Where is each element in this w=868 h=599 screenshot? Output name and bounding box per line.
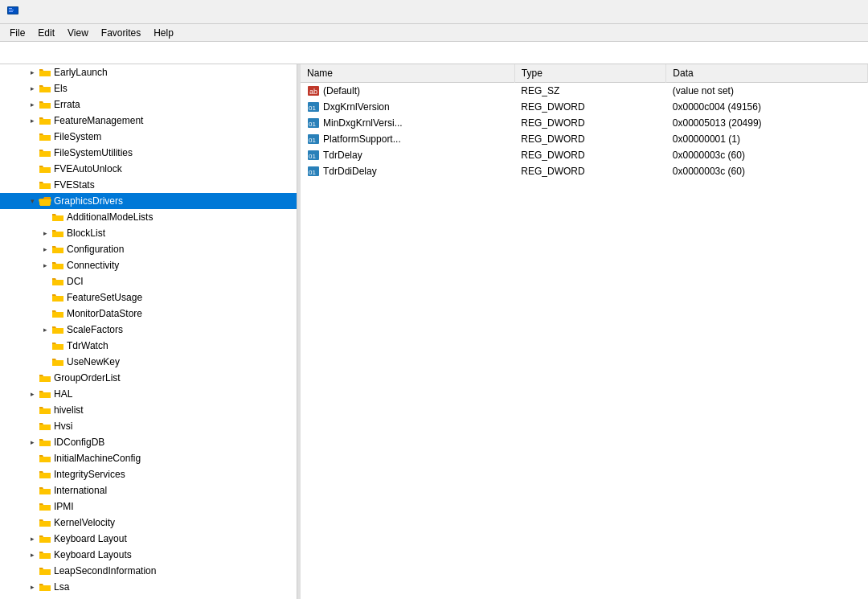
expand-button[interactable]	[26, 452, 39, 465]
expand-button[interactable]	[26, 564, 39, 577]
table-row[interactable]: 01 TdrDdiDelayREG_DWORD0x0000003c (60)	[301, 163, 868, 179]
expand-button[interactable]	[26, 484, 39, 497]
table-row[interactable]: 01 PlatformSupport...REG_DWORD0x00000001…	[301, 131, 868, 147]
table-row[interactable]: 01 TdrDelayREG_DWORD0x0000003c (60)	[301, 147, 868, 163]
expand-button[interactable]	[26, 130, 39, 143]
tree-item[interactable]: LeapSecondInformation	[0, 563, 297, 579]
tree-item[interactable]: ▸ BlockList	[0, 225, 297, 241]
expand-button[interactable]	[39, 355, 51, 368]
expand-button[interactable]	[26, 516, 39, 529]
expand-button[interactable]: ▸	[26, 82, 39, 95]
tree-item[interactable]: ▸ IDConfigDB	[0, 434, 297, 450]
tree-item[interactable]: ▾ GraphicsDrivers	[0, 193, 297, 209]
tree-item[interactable]: TdrWatch	[0, 338, 297, 354]
folder-icon	[39, 421, 51, 432]
expand-button[interactable]	[26, 178, 39, 191]
tree-item[interactable]: hivelist	[0, 402, 297, 418]
menu-bar: File Edit View Favorites Help	[0, 24, 868, 42]
tree-label: GroupOrderList	[54, 372, 121, 384]
folder-icon	[51, 228, 64, 239]
tree-item[interactable]: KernelVelocity	[0, 515, 297, 531]
col-type[interactable]: Type	[514, 64, 666, 83]
expand-button[interactable]: ▸	[26, 66, 39, 79]
expand-button[interactable]	[26, 162, 39, 175]
tree-item[interactable]: International	[0, 482, 297, 498]
tree-item[interactable]: FileSystemUtilities	[0, 145, 297, 161]
expand-button[interactable]: ▸	[39, 243, 51, 256]
tree-item[interactable]: ▸ Keyboard Layouts	[0, 547, 297, 563]
expand-button[interactable]	[26, 146, 39, 159]
expand-button[interactable]: ▾	[26, 195, 39, 207]
menu-file[interactable]: File	[3, 26, 31, 40]
expand-button[interactable]	[26, 404, 39, 416]
menu-help[interactable]: Help	[147, 26, 180, 40]
expand-button[interactable]: ▸	[39, 259, 51, 272]
tree-item[interactable]: Hvsi	[0, 418, 297, 434]
tree-item[interactable]: ▸ Configuration	[0, 241, 297, 257]
tree-item[interactable]: DCI	[0, 273, 297, 289]
tree-item[interactable]: ▸ Els	[0, 80, 297, 96]
folder-icon	[51, 340, 64, 351]
table-header: Name Type Data	[301, 64, 868, 83]
expand-button[interactable]	[39, 211, 51, 224]
tree-item[interactable]: FVEAutoUnlock	[0, 161, 297, 177]
close-button[interactable]	[825, 0, 862, 24]
expand-button[interactable]	[39, 339, 51, 352]
tree-item[interactable]: AdditionalModeLists	[0, 209, 297, 225]
expand-button[interactable]: ▸	[26, 114, 39, 127]
tree-item[interactable]: FeatureSetUsage	[0, 289, 297, 306]
tree-item[interactable]: GroupOrderList	[0, 370, 297, 386]
expand-button[interactable]	[26, 371, 39, 384]
table-row[interactable]: 01 DxgKrnlVersionREG_DWORD0x0000c004 (49…	[301, 99, 868, 115]
expand-button[interactable]	[39, 275, 51, 288]
expand-button[interactable]: ▸	[26, 581, 39, 593]
expand-button[interactable]: ▸	[39, 323, 51, 336]
menu-favorites[interactable]: Favorites	[95, 26, 147, 40]
tree-item[interactable]: LsaExtensionConfig	[0, 595, 297, 599]
col-data[interactable]: Data	[666, 64, 868, 83]
expand-button[interactable]: ▸	[26, 388, 39, 400]
tree-item[interactable]: IntegrityServices	[0, 466, 297, 482]
expand-button[interactable]: ▸	[26, 532, 39, 545]
table-row[interactable]: 01 MinDxgKrnlVersi...REG_DWORD0x00005013…	[301, 115, 868, 131]
minimize-button[interactable]	[751, 0, 788, 24]
tree-item[interactable]: ▸ FeatureManagement	[0, 113, 297, 129]
cell-type: REG_DWORD	[514, 163, 666, 179]
expand-button[interactable]: ▸	[26, 548, 39, 561]
svg-rect-24	[39, 392, 51, 398]
expand-button[interactable]	[26, 420, 39, 433]
tree-item[interactable]: InitialMachineConfig	[0, 450, 297, 466]
svg-rect-20	[52, 328, 63, 334]
maximize-button[interactable]	[788, 0, 825, 24]
expand-button[interactable]: ▸	[39, 227, 51, 240]
tree-item[interactable]: UseNewKey	[0, 354, 297, 370]
tree-item[interactable]: FileSystem	[0, 129, 297, 145]
menu-view[interactable]: View	[61, 26, 95, 40]
tree-item[interactable]: ▸ EarlyLaunch	[0, 64, 297, 80]
table-row[interactable]: ab (Default)REG_SZ(value not set)	[301, 83, 868, 100]
tree-item[interactable]: IPMI	[0, 498, 297, 515]
svg-rect-29	[39, 473, 51, 478]
tree-item[interactable]: ▸ Errata	[0, 96, 297, 113]
tree-item[interactable]: ▸ Connectivity	[0, 257, 297, 273]
tree-item[interactable]: ▸ HAL	[0, 386, 297, 402]
tree-item[interactable]: MonitorDataStore	[0, 306, 297, 322]
expand-button[interactable]	[26, 500, 39, 513]
menu-edit[interactable]: Edit	[31, 26, 61, 40]
tree-item[interactable]: ▸ Keyboard Layout	[0, 531, 297, 547]
tree-label: MonitorDataStore	[67, 308, 142, 319]
col-name[interactable]: Name	[301, 64, 514, 83]
expand-button[interactable]	[39, 307, 51, 320]
expand-button[interactable]: ▸	[26, 436, 39, 449]
expand-button[interactable]: ▸	[26, 98, 39, 111]
expand-button[interactable]	[26, 468, 39, 481]
tree-label: DCI	[67, 276, 84, 287]
expand-button[interactable]	[39, 291, 51, 304]
tree-label: FileSystem	[54, 131, 101, 142]
tree-panel[interactable]: ▸ EarlyLaunch▸ Els▸ Errata▸ FeatureManag…	[0, 64, 297, 599]
tree-item[interactable]: ▸ Lsa	[0, 579, 297, 595]
tree-item[interactable]: ▸ ScaleFactors	[0, 322, 297, 338]
tree-label: Hvsi	[54, 421, 72, 432]
folder-icon	[39, 83, 51, 94]
tree-item[interactable]: FVEStats	[0, 177, 297, 193]
